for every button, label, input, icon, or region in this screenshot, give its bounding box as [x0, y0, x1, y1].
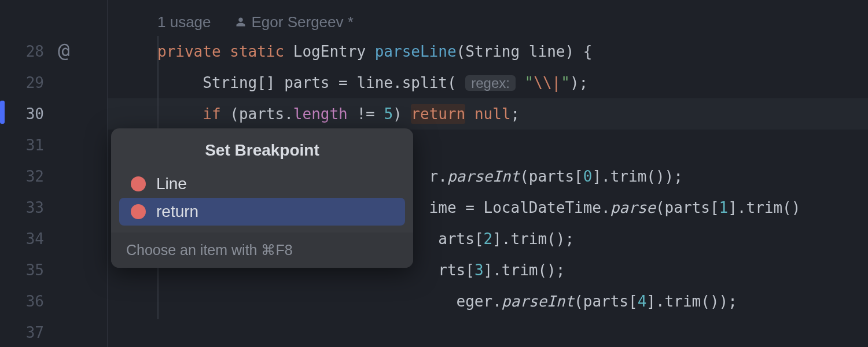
line-number[interactable]: 34 [0, 223, 52, 254]
line-number[interactable]: 31 [0, 130, 52, 161]
code-line-30-current[interactable]: if (parts.length != 5) return null; [108, 98, 868, 130]
breakpoint-option-return[interactable]: return [119, 198, 405, 226]
line-number[interactable]: 33 [0, 192, 52, 223]
line-number-current[interactable]: 30 [0, 98, 52, 130]
breakpoint-icon [131, 204, 146, 219]
line-number[interactable]: 28 [0, 36, 52, 67]
user-icon [236, 17, 246, 27]
code-lens-row: 1 usage Egor Sergeev * [108, 8, 868, 36]
code-line-28[interactable]: private static LogEntry parseLine(String… [108, 36, 868, 67]
parameter-hint: regex: [465, 75, 516, 91]
popup-footer-hint: Choose an item with ⌘F8 [111, 232, 413, 268]
breakpoint-option-line[interactable]: Line [119, 170, 405, 198]
set-breakpoint-popup: Set Breakpoint Line return Choose an ite… [111, 128, 413, 268]
breakpoint-strip[interactable] [0, 101, 5, 124]
author-name: Egor Sergeev * [252, 8, 354, 36]
gutter-icon-margin[interactable]: @ [52, 0, 107, 347]
author-hint[interactable]: Egor Sergeev * [236, 8, 354, 36]
popup-title: Set Breakpoint [111, 128, 413, 170]
code-line-36[interactable]: eger.parseInt(parts[4].trim()); [108, 286, 868, 317]
line-number[interactable]: 35 [0, 254, 52, 286]
line-number[interactable]: 36 [0, 286, 52, 317]
breakpoint-icon [131, 176, 146, 191]
popup-list: Line return [111, 170, 413, 232]
line-number[interactable]: 37 [0, 317, 52, 347]
option-label: return [156, 202, 198, 221]
usages-hint[interactable]: 1 usage [157, 8, 211, 36]
line-number[interactable]: 32 [0, 161, 52, 192]
line-number[interactable]: 29 [0, 67, 52, 98]
code-line-29[interactable]: String[] parts = line.split( regex: "\\|… [108, 67, 868, 98]
code-line-37[interactable] [108, 317, 868, 347]
option-label: Line [156, 175, 187, 193]
recursive-call-icon[interactable]: @ [58, 35, 69, 66]
line-number-gutter[interactable]: 28 29 30 31 32 33 34 35 36 37 [0, 0, 52, 347]
